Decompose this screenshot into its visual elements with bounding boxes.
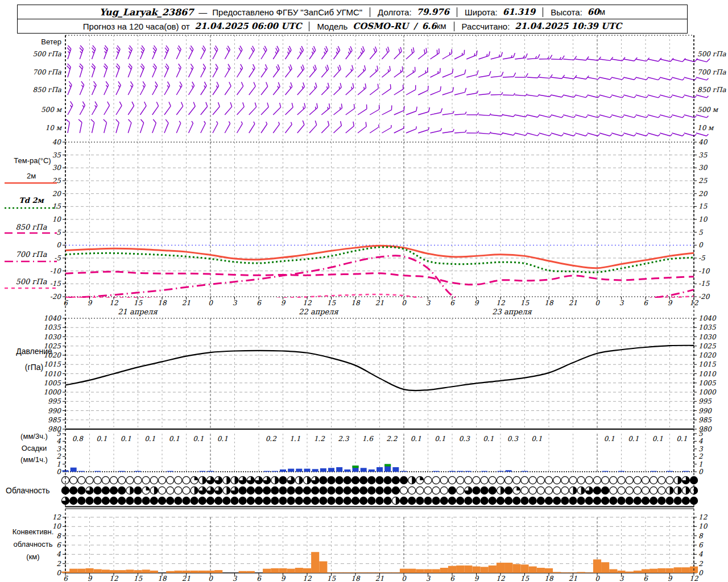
- svg-text:1005: 1005: [698, 379, 717, 387]
- svg-text:850 гПа: 850 гПа: [32, 86, 61, 94]
- svg-text:0: 0: [698, 241, 704, 249]
- svg-text:6: 6: [257, 575, 262, 582]
- svg-text:10: 10: [698, 522, 708, 530]
- svg-text:1.1: 1.1: [289, 435, 300, 443]
- svg-text:0.1: 0.1: [676, 435, 687, 443]
- svg-text:1020: 1020: [43, 351, 61, 359]
- svg-text:3: 3: [619, 299, 624, 307]
- wind-barbs-4: [68, 101, 709, 117]
- wind-barbs-3: [68, 81, 709, 98]
- svg-text:12: 12: [303, 299, 312, 307]
- svg-text:0: 0: [698, 468, 704, 476]
- svg-text:0.1: 0.1: [411, 435, 421, 443]
- svg-text:10: 10: [52, 215, 62, 223]
- temp-x-axis: 6912151821036912151821036912151821036912…: [63, 297, 699, 316]
- svg-text:0.1: 0.1: [96, 435, 107, 443]
- svg-text:995: 995: [48, 397, 61, 405]
- svg-text:0: 0: [595, 575, 600, 582]
- svg-text:6: 6: [257, 299, 262, 307]
- svg-text:15: 15: [134, 299, 143, 307]
- svg-text:0: 0: [56, 569, 61, 577]
- svg-text:5: 5: [56, 430, 61, 438]
- svg-text:15: 15: [327, 575, 337, 582]
- svg-text:4: 4: [56, 437, 61, 445]
- svg-text:9: 9: [668, 575, 673, 582]
- svg-text:0: 0: [402, 299, 407, 307]
- precip-panel: 5544332211000.80.10.10.10.10.10.10.21.11…: [56, 430, 704, 476]
- svg-text:700 гПа: 700 гПа: [697, 68, 726, 76]
- svg-text:0.1: 0.1: [435, 435, 445, 443]
- svg-text:0: 0: [56, 241, 61, 249]
- svg-text:8: 8: [56, 532, 61, 540]
- svg-text:500 гПа: 500 гПа: [32, 50, 61, 58]
- svg-text:10: 10: [52, 522, 62, 530]
- svg-text:15: 15: [134, 575, 143, 582]
- pressure-line: [65, 346, 694, 390]
- svg-text:2.3: 2.3: [338, 435, 349, 443]
- svg-text:1010: 1010: [43, 370, 61, 378]
- svg-text:21: 21: [569, 299, 577, 307]
- svg-text:1: 1: [56, 460, 61, 468]
- svg-text:2: 2: [56, 560, 61, 568]
- wind-barbs-5: [66, 119, 708, 136]
- svg-text:12: 12: [303, 575, 312, 582]
- svg-text:9: 9: [281, 575, 286, 582]
- temp-legend-samples: [5, 183, 57, 288]
- svg-text:18: 18: [544, 299, 554, 307]
- svg-text:1040: 1040: [698, 314, 717, 322]
- svg-text:-20: -20: [698, 293, 710, 301]
- svg-text:990: 990: [48, 407, 61, 415]
- svg-text:2.2: 2.2: [386, 435, 398, 443]
- svg-text:0.1: 0.1: [628, 435, 639, 443]
- svg-text:18: 18: [158, 299, 167, 307]
- svg-text:0.1: 0.1: [604, 435, 615, 443]
- svg-text:2: 2: [698, 560, 704, 568]
- svg-text:35: 35: [698, 151, 708, 159]
- svg-text:500 м: 500 м: [697, 106, 719, 114]
- svg-text:1025: 1025: [43, 342, 61, 350]
- svg-text:21: 21: [182, 575, 191, 582]
- svg-text:18: 18: [351, 575, 361, 582]
- svg-text:35: 35: [52, 151, 62, 159]
- svg-text:15: 15: [698, 202, 708, 210]
- svg-text:12: 12: [496, 575, 506, 582]
- svg-text:9: 9: [668, 299, 673, 307]
- svg-text:0: 0: [208, 299, 213, 307]
- svg-text:0: 0: [402, 575, 407, 582]
- svg-text:20: 20: [698, 190, 708, 198]
- svg-text:1000: 1000: [698, 388, 717, 396]
- svg-text:15: 15: [327, 299, 337, 307]
- svg-text:12: 12: [109, 575, 119, 582]
- svg-text:20: 20: [52, 190, 62, 198]
- svg-text:-10: -10: [50, 267, 62, 275]
- svg-text:6: 6: [643, 575, 648, 582]
- svg-text:-10: -10: [698, 267, 710, 275]
- svg-text:700 гПа: 700 гПа: [32, 68, 61, 76]
- svg-text:9: 9: [474, 299, 479, 307]
- svg-text:850 гПа: 850 гПа: [697, 86, 726, 94]
- svg-text:0.1: 0.1: [169, 435, 180, 443]
- svg-text:985: 985: [698, 416, 712, 424]
- svg-text:9: 9: [88, 299, 93, 307]
- svg-text:3: 3: [426, 575, 431, 582]
- svg-text:0.2: 0.2: [266, 435, 277, 443]
- svg-text:18: 18: [158, 575, 167, 582]
- svg-text:1.2: 1.2: [314, 435, 325, 443]
- svg-text:10: 10: [698, 215, 708, 223]
- svg-text:1030: 1030: [43, 333, 61, 341]
- svg-text:3: 3: [233, 299, 238, 307]
- svg-text:4: 4: [698, 437, 703, 445]
- temp-panel: 40403535303025252020151510105500-5-5-10-…: [50, 138, 710, 305]
- svg-text:500 м: 500 м: [41, 106, 63, 114]
- svg-text:1000: 1000: [43, 388, 61, 396]
- svg-text:985: 985: [48, 416, 61, 424]
- svg-text:30: 30: [698, 164, 708, 172]
- svg-text:30: 30: [52, 164, 62, 172]
- svg-text:1.6: 1.6: [362, 435, 374, 443]
- svg-text:1010: 1010: [698, 370, 717, 378]
- svg-text:15: 15: [520, 299, 530, 307]
- svg-text:6: 6: [450, 575, 455, 582]
- svg-text:21: 21: [375, 299, 384, 307]
- svg-text:25: 25: [698, 177, 708, 185]
- svg-text:1005: 1005: [43, 379, 61, 387]
